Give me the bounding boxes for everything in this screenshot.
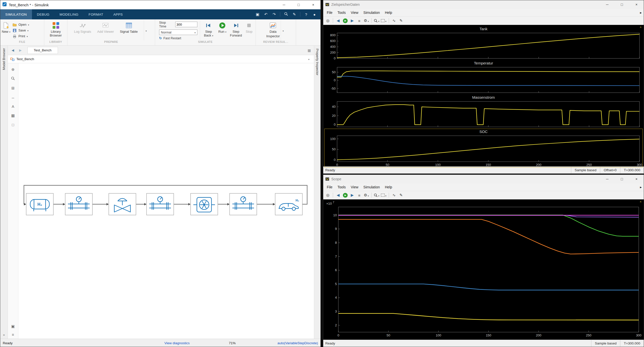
- signal-style-button[interactable]: [391, 17, 397, 24]
- block-hydrogen-tank[interactable]: H₂: [26, 193, 53, 215]
- simulation-mode-select[interactable]: Normal: [159, 29, 197, 35]
- subplot-soc[interactable]: SOC 050100050100150200250300: [324, 129, 643, 167]
- zoom-button[interactable]: [374, 17, 380, 24]
- breadcrumb-item[interactable]: Test_Bench: [16, 57, 34, 61]
- minimize-button[interactable]: [277, 0, 291, 9]
- property-inspector-rail[interactable]: Property Inspector: [314, 46, 320, 339]
- undo-icon[interactable]: [263, 12, 268, 17]
- simulation-settings-button[interactable]: [363, 17, 369, 24]
- annotation-icon[interactable]: [12, 104, 14, 109]
- block-fuel-cell-vehicle[interactable]: H₂: [275, 193, 302, 215]
- block-control-valve[interactable]: [109, 193, 136, 215]
- stop-time-input[interactable]: [175, 22, 197, 27]
- subplot-massenstrom[interactable]: Massenstrom 02040: [324, 94, 643, 129]
- model-canvas[interactable]: H₂: [18, 63, 314, 339]
- maximize-button[interactable]: [615, 0, 629, 9]
- annotate-button[interactable]: [398, 17, 404, 24]
- menu-view[interactable]: View: [348, 185, 361, 189]
- fit-to-view-icon[interactable]: [11, 86, 15, 90]
- panel-toggle-icon[interactable]: [308, 48, 312, 52]
- zoom-button[interactable]: [374, 192, 380, 198]
- signal-style-button[interactable]: [391, 192, 397, 198]
- breadcrumb-dropdown-icon[interactable]: [308, 57, 311, 61]
- block-pipe-gauge-3[interactable]: [230, 193, 257, 215]
- tab-debug[interactable]: DEBUG: [32, 9, 55, 19]
- expand-icon[interactable]: [3, 333, 5, 337]
- model-browser-rail[interactable]: Model Browser: [0, 46, 8, 339]
- menu-overflow-icon[interactable]: [640, 11, 644, 15]
- zoom-icon[interactable]: [11, 77, 15, 81]
- tab-simulation[interactable]: SIMULATION: [0, 9, 32, 19]
- massenstrom-plot[interactable]: 02040: [325, 100, 642, 128]
- step-forward-button[interactable]: [349, 192, 355, 198]
- fast-restart-toggle[interactable]: Fast Restart: [159, 36, 197, 40]
- menu-file[interactable]: File: [324, 185, 335, 189]
- open-button[interactable]: Open: [11, 22, 30, 27]
- scope-plot[interactable]: 2345678910050100150200250300×107: [324, 200, 643, 339]
- image-icon[interactable]: [11, 113, 15, 118]
- navigate-forward-icon[interactable]: [17, 47, 23, 53]
- data-inspector-button[interactable]: Data Inspector: [266, 20, 280, 40]
- new-button[interactable]: New: [2, 20, 10, 40]
- signal-table-button[interactable]: Signal Table: [120, 20, 138, 40]
- menu-simulation[interactable]: Simulation: [361, 11, 382, 15]
- save-button[interactable]: Save: [11, 28, 30, 33]
- solver-link[interactable]: auto(VariableStepDiscrete): [277, 341, 318, 345]
- span-select-button[interactable]: [381, 17, 387, 24]
- corner-arrows-icon[interactable]: [639, 201, 643, 203]
- layers-icon[interactable]: [12, 332, 14, 337]
- menu-help[interactable]: Help: [382, 11, 395, 15]
- run-button[interactable]: Run: [217, 20, 228, 40]
- subplot-tank[interactable]: Tank 0200400600800: [324, 26, 643, 60]
- menu-overflow-icon[interactable]: [640, 185, 644, 189]
- step-back-button[interactable]: [335, 17, 341, 24]
- minimize-button[interactable]: [600, 0, 615, 9]
- print-button[interactable]: Print: [11, 34, 30, 39]
- document-tab[interactable]: Test_Bench: [27, 47, 58, 54]
- minimize-button[interactable]: [600, 175, 615, 183]
- corner-arrows-icon[interactable]: [639, 26, 643, 28]
- step-back-button[interactable]: Step Back: [201, 20, 216, 40]
- print-button[interactable]: [325, 192, 331, 198]
- navigate-back-icon[interactable]: [10, 47, 16, 53]
- tab-apps[interactable]: APPS: [108, 9, 128, 19]
- annotate-button[interactable]: [398, 192, 404, 198]
- block-pipe-gauge-2[interactable]: [147, 193, 174, 215]
- menu-simulation[interactable]: Simulation: [361, 185, 382, 189]
- block-pipe-gauge-1[interactable]: [65, 193, 92, 215]
- shape-icon[interactable]: [12, 123, 14, 127]
- print-button[interactable]: [325, 17, 331, 24]
- add-viewer-button[interactable]: Add Viewer: [97, 20, 114, 40]
- close-button[interactable]: [306, 0, 320, 9]
- stop-button[interactable]: [356, 192, 362, 198]
- redo-icon[interactable]: [272, 12, 277, 17]
- log-signals-button[interactable]: Log Signals: [74, 20, 91, 40]
- library-browser-button[interactable]: Library Browser: [46, 20, 66, 40]
- tab-modeling[interactable]: MODELING: [55, 9, 84, 19]
- menu-tools[interactable]: Tools: [335, 11, 348, 15]
- menu-file[interactable]: File: [324, 11, 335, 15]
- soc-plot[interactable]: 050100050100150200250300: [325, 134, 642, 167]
- span-select-button[interactable]: [381, 192, 387, 198]
- pan-icon[interactable]: [11, 95, 15, 99]
- crosshair-icon[interactable]: [11, 67, 15, 72]
- close-button[interactable]: [629, 0, 644, 9]
- simulation-settings-button[interactable]: [363, 192, 369, 198]
- subplot-temperatur[interactable]: Temperatur -50050: [324, 60, 643, 94]
- save-icon[interactable]: [255, 12, 260, 17]
- run-button[interactable]: ▶: [342, 192, 348, 198]
- close-button[interactable]: [629, 175, 644, 183]
- view-diagnostics-link[interactable]: View diagnostics: [164, 341, 190, 345]
- menu-tools[interactable]: Tools: [335, 185, 348, 189]
- annotate-icon[interactable]: [292, 12, 297, 17]
- review-gallery-expander[interactable]: [281, 20, 285, 40]
- maximize-button[interactable]: [291, 0, 306, 9]
- maximize-button[interactable]: [615, 175, 629, 183]
- camera-icon[interactable]: [11, 324, 15, 329]
- menu-view[interactable]: View: [348, 11, 361, 15]
- prepare-gallery-expander[interactable]: [144, 20, 148, 40]
- run-button[interactable]: ▶: [342, 17, 348, 24]
- step-forward-button[interactable]: Step Forward: [229, 20, 243, 40]
- temperatur-plot[interactable]: -50050: [325, 66, 642, 94]
- menu-help[interactable]: Help: [382, 185, 395, 189]
